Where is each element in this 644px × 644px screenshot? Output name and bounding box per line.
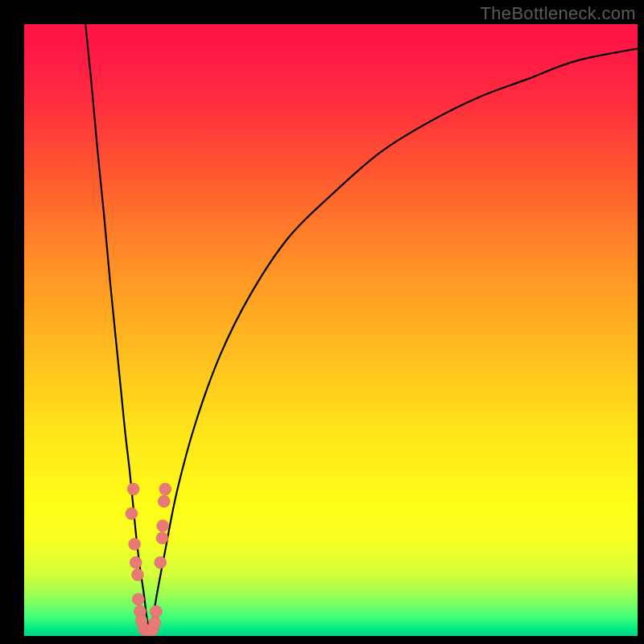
plot-area (24, 24, 638, 636)
marker-dot (126, 508, 138, 520)
marker-dot (150, 605, 162, 617)
marker-dot (159, 483, 171, 495)
marker-dot (156, 532, 168, 544)
marker-dot (149, 617, 161, 629)
chart-frame: TheBottleneck.com (0, 0, 644, 644)
ascending-curve (151, 48, 638, 636)
curve-layer (24, 24, 638, 636)
marker-dot (127, 483, 139, 495)
marker-dot (158, 495, 170, 507)
marker-dot (157, 520, 169, 532)
marker-dot (130, 556, 142, 568)
marker-dot (129, 539, 141, 551)
marker-dot (131, 569, 143, 581)
watermark-label: TheBottleneck.com (481, 3, 636, 24)
marker-dot (132, 593, 144, 605)
marker-dot (155, 556, 167, 568)
